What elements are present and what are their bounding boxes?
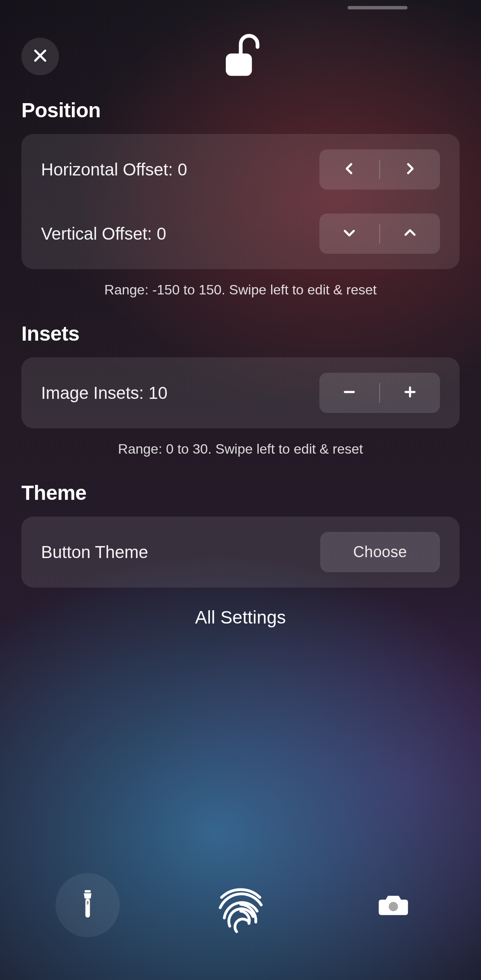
unlock-icon	[215, 28, 266, 79]
image-insets-label: Image Insets: 10	[41, 383, 168, 403]
insets-range-note: Range: 0 to 30. Swipe left to edit & res…	[21, 441, 460, 457]
svg-rect-4	[85, 890, 91, 892]
svg-rect-0	[226, 53, 252, 76]
svg-rect-6	[87, 901, 89, 905]
horizontal-offset-decrease[interactable]	[319, 149, 379, 190]
section-title-insets: Insets	[21, 322, 460, 345]
button-theme-row[interactable]: Button Theme Choose	[21, 520, 460, 584]
theme-group: Button Theme Choose	[21, 517, 460, 588]
camera-button[interactable]	[361, 873, 425, 937]
lockscreen-quick-actions	[0, 869, 481, 941]
chevron-left-icon	[342, 161, 357, 178]
chevron-up-icon	[402, 225, 418, 242]
button-theme-label: Button Theme	[41, 543, 148, 562]
image-insets-increase[interactable]	[380, 373, 440, 413]
position-range-note: Range: -150 to 150. Swipe left to edit &…	[21, 282, 460, 298]
horizontal-offset-label: Horizontal Offset: 0	[41, 160, 187, 179]
sheet-grabber[interactable]	[348, 6, 407, 9]
plus-icon	[402, 384, 418, 401]
camera-icon	[378, 893, 409, 918]
chevron-right-icon	[402, 161, 418, 178]
choose-theme-button[interactable]: Choose	[320, 532, 440, 572]
horizontal-offset-increase[interactable]	[380, 149, 440, 190]
fingerprint-button[interactable]	[204, 869, 277, 941]
vertical-offset-stepper	[319, 214, 440, 254]
vertical-offset-row[interactable]: Vertical Offset: 0	[21, 202, 460, 266]
section-title-position: Position	[21, 98, 460, 122]
fingerprint-icon	[207, 870, 275, 940]
flashlight-button[interactable]	[56, 873, 120, 937]
svg-point-7	[389, 902, 398, 912]
section-title-theme: Theme	[21, 481, 460, 505]
close-button[interactable]	[21, 38, 59, 75]
flashlight-icon	[80, 887, 95, 923]
image-insets-row[interactable]: Image Insets: 10	[21, 361, 460, 425]
vertical-offset-label: Vertical Offset: 0	[41, 224, 166, 244]
vertical-offset-decrease[interactable]	[319, 214, 379, 254]
horizontal-offset-stepper	[319, 149, 440, 190]
vertical-offset-increase[interactable]	[380, 214, 440, 254]
all-settings-link[interactable]: All Settings	[21, 607, 460, 628]
close-icon	[32, 47, 49, 66]
image-insets-stepper	[319, 373, 440, 413]
minus-icon	[342, 384, 357, 401]
position-group: Horizontal Offset: 0 Vertical Offset: 0	[21, 134, 460, 269]
insets-group: Image Insets: 10	[21, 357, 460, 428]
chevron-down-icon	[342, 225, 357, 242]
image-insets-decrease[interactable]	[319, 373, 379, 413]
horizontal-offset-row[interactable]: Horizontal Offset: 0	[21, 137, 460, 202]
